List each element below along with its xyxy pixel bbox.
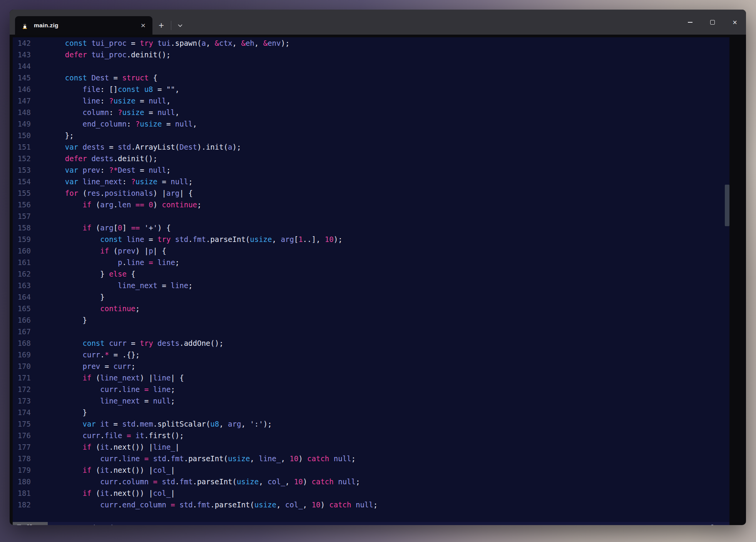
code-line[interactable]: 171 if (line_next) |line| { (13, 372, 729, 384)
code-line[interactable]: 167 (13, 326, 729, 337)
close-button[interactable]: × (724, 10, 746, 35)
editor-area[interactable]: 142 const tui_proc = try tui.spawn(a, &c… (13, 37, 729, 525)
line-number: 145 (13, 72, 31, 83)
code-line[interactable]: 144 (13, 60, 729, 72)
tab-dropdown-button[interactable] (172, 16, 188, 35)
line-number: 153 (13, 164, 31, 176)
code-line[interactable]: 160 if (prev) |p| { (13, 245, 729, 257)
code-text: if (prev) |p| { (31, 245, 166, 257)
modified-badge (53, 525, 60, 525)
line-number: 168 (13, 337, 31, 349)
code-line[interactable]: 172 curr.line = line; (13, 384, 729, 395)
maximize-icon (710, 20, 715, 25)
line-number: 155 (13, 187, 31, 199)
code-text: if (it.next()) |col_| (31, 487, 175, 499)
code-line[interactable]: 182 curr.end_column = std.fmt.parseInt(u… (13, 499, 729, 510)
code-line[interactable]: 148 column: ?usize = null, (13, 107, 729, 118)
code-line[interactable]: 156 if (arg.len == 0) continue; (13, 199, 729, 210)
code-line[interactable]: 162 } else { (13, 268, 729, 280)
code-text: curr.column = std.fmt.parseInt(usize, co… (31, 476, 360, 487)
code-line[interactable]: 169 curr.* = .{}; (13, 349, 729, 360)
code-line[interactable]: 153 var prev: ?*Dest = null; (13, 164, 729, 176)
line-number: 165 (13, 303, 31, 314)
line-number: 182 (13, 499, 31, 510)
line-number: 161 (13, 257, 31, 268)
code-text: }; (31, 130, 74, 141)
code-lines: 142 const tui_proc = try tui.spawn(a, &c… (13, 37, 729, 510)
line-number: 177 (13, 441, 31, 453)
code-text: line_next = line; (31, 280, 193, 291)
line-number: 174 (13, 407, 31, 418)
code-line[interactable]: 161 p.line = line; (13, 257, 729, 268)
code-line[interactable]: 173 line_next = null; (13, 395, 729, 407)
line-number: 144 (13, 60, 31, 72)
line-number: 146 (13, 83, 31, 95)
code-text: const line = try std.fmt.parseInt(usize,… (31, 233, 343, 245)
tab-main-zig[interactable]: main.zig × (15, 16, 152, 35)
line-number: 164 (13, 291, 31, 303)
code-line[interactable]: 165 continue; (13, 303, 729, 314)
code-line[interactable]: 142 const tui_proc = try tui.spawn(a, &c… (13, 37, 729, 49)
code-line[interactable]: 155 for (res.positionals) |arg| { (13, 187, 729, 199)
modified-icon (53, 525, 60, 525)
line-number: 158 (13, 222, 31, 233)
tab-title: main.zig (34, 22, 139, 29)
code-text (31, 210, 47, 222)
code-line[interactable]: 170 prev = curr; (13, 360, 729, 372)
mode-indicator[interactable]: flow (13, 522, 48, 525)
line-number: 152 (13, 153, 31, 164)
code-line[interactable]: 143 defer tui_proc.deinit(); (13, 49, 729, 60)
code-text (31, 60, 47, 72)
maximize-button[interactable] (701, 10, 724, 35)
code-line[interactable]: 146 file: []const u8 = "", (13, 83, 729, 95)
code-line[interactable]: 175 var it = std.mem.splitScalar(u8, arg… (13, 418, 729, 430)
code-text: prev = curr; (31, 360, 135, 372)
file-path[interactable]: src/main.zig (65, 522, 118, 525)
code-line[interactable]: 159 const line = try std.fmt.parseInt(us… (13, 233, 729, 245)
code-line[interactable]: 152 defer dests.deinit(); (13, 153, 729, 164)
code-line[interactable]: 163 line_next = line; (13, 280, 729, 291)
document-icon (17, 525, 22, 525)
code-line[interactable]: 179 if (it.next()) |col_| (13, 464, 729, 476)
code-line[interactable]: 157 (13, 210, 729, 222)
code-line[interactable]: 166 } (13, 314, 729, 326)
line-number: 154 (13, 176, 31, 187)
code-line[interactable]: 168 const curr = try dests.addOne(); (13, 337, 729, 349)
code-line[interactable]: 174 } (13, 407, 729, 418)
minimize-button[interactable] (679, 10, 701, 35)
code-text: if (it.next()) |col_| (31, 464, 175, 476)
code-line[interactable]: 164 } (13, 291, 729, 303)
code-text (31, 326, 47, 337)
line-number: 148 (13, 107, 31, 118)
code-line[interactable]: 177 if (it.next()) |line_| (13, 441, 729, 453)
chevron-down-icon (177, 24, 183, 27)
code-line[interactable]: 176 curr.file = it.first(); (13, 430, 729, 441)
new-tab-button[interactable]: + (152, 16, 170, 35)
line-number: 171 (13, 372, 31, 384)
line-number: 163 (13, 280, 31, 291)
line-number: 181 (13, 487, 31, 499)
status-bar: flow src/main.zig Ln 195, Col 1 (13, 522, 729, 525)
tab-close-icon[interactable]: × (139, 22, 148, 29)
scrollbar-thumb[interactable] (725, 185, 729, 226)
code-line[interactable]: 154 var line_next: ?usize = null; (13, 176, 729, 187)
code-line[interactable]: 158 if (arg[0] == '+') { (13, 222, 729, 233)
code-line[interactable]: 149 end_column: ?usize = null, (13, 118, 729, 130)
code-line[interactable]: 178 curr.line = std.fmt.parseInt(usize, … (13, 453, 729, 464)
code-text: line: ?usize = null, (31, 95, 171, 107)
code-line[interactable]: 147 line: ?usize = null, (13, 95, 729, 107)
line-number: 172 (13, 384, 31, 395)
code-text: var line_next: ?usize = null; (31, 176, 193, 187)
line-number: 169 (13, 349, 31, 360)
code-line[interactable]: 181 if (it.next()) |col_| (13, 487, 729, 499)
code-line[interactable]: 150 }; (13, 130, 729, 141)
code-line[interactable]: 151 var dests = std.ArrayList(Dest).init… (13, 141, 729, 153)
code-text: } else { (31, 268, 135, 280)
code-line[interactable]: 145 const Dest = struct { (13, 72, 729, 83)
code-line[interactable]: 180 curr.column = std.fmt.parseInt(usize… (13, 476, 729, 487)
title-bar[interactable]: main.zig × + × (10, 10, 746, 35)
close-icon: × (733, 18, 737, 26)
window-controls: × (679, 10, 746, 35)
line-number: 160 (13, 245, 31, 257)
line-number: 175 (13, 418, 31, 430)
